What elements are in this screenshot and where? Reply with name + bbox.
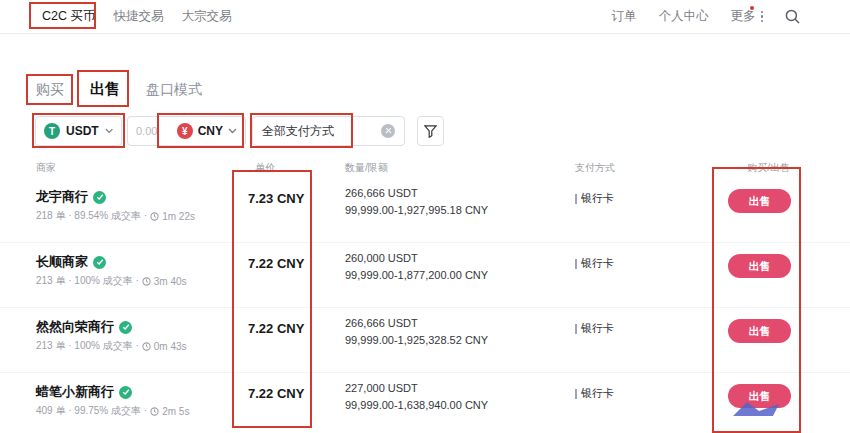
amount-input[interactable]: 0.00: [136, 125, 177, 137]
tether-icon: T: [44, 123, 60, 139]
merchant-stats: 213 单 · 100% 成交率 ·: [36, 339, 139, 353]
table-header: 商家 单价 数量/限额 支付方式 购买/出售: [0, 161, 850, 177]
nav-left: C2C 买币 快捷交易 大宗交易: [42, 8, 231, 25]
merchant-avg-time: 1m 22s: [162, 211, 195, 222]
header-amount-limit: 数量/限额: [345, 161, 388, 175]
clock-icon: [150, 212, 159, 221]
tab-sell[interactable]: 出售: [90, 80, 120, 99]
table-row: 长顺商家 213 单 · 100% 成交率 · 3m 40s 7.22 CNY …: [0, 243, 850, 308]
tab-buy[interactable]: 购买: [36, 81, 64, 99]
verified-badge-icon: [119, 386, 132, 399]
verified-badge-icon: [93, 191, 106, 204]
header-payment: 支付方式: [575, 161, 615, 175]
nav-item-more[interactable]: 更多: [731, 8, 764, 25]
crypto-select[interactable]: T USDT: [35, 116, 122, 146]
offer-price: 7.22 CNY: [248, 386, 304, 401]
payment-bar-icon: [575, 324, 577, 334]
available-amount: 227,000 USDT: [345, 380, 488, 397]
chevron-down-icon: [228, 128, 237, 134]
merchant-name[interactable]: 蜡笔小新商行: [36, 383, 114, 401]
verified-badge-icon: [119, 321, 132, 334]
nav-item-orders[interactable]: 订单: [612, 8, 637, 25]
table-row: 蜡笔小新商行 409 单 · 99.75% 成交率 · 2m 5s 7.22 C…: [0, 373, 850, 433]
crypto-label: USDT: [66, 124, 99, 138]
sell-button[interactable]: 出售: [728, 189, 791, 213]
merchant-stats: 409 单 · 99.75% 成交率 ·: [36, 404, 147, 418]
limit-range: 99,999.00-1,927,995.18 CNY: [345, 202, 488, 219]
nav-item-block-trade[interactable]: 大宗交易: [181, 8, 231, 25]
cursor-overlay-icon: [733, 402, 779, 416]
cny-icon: ¥: [177, 123, 193, 139]
more-label: 更多: [731, 8, 756, 25]
merchant-name[interactable]: 长顺商家: [36, 253, 88, 271]
payment-select-value: 全部支付方式: [262, 123, 381, 140]
chevron-down-icon: [105, 128, 113, 134]
merchant-name[interactable]: 龙宇商行: [36, 188, 88, 206]
verified-badge-icon: [93, 256, 106, 269]
payment-method: 银行卡: [581, 191, 614, 206]
offer-price: 7.22 CNY: [248, 256, 304, 271]
kebab-menu-icon: [761, 11, 764, 23]
notification-dot: [750, 6, 754, 10]
payment-method: 银行卡: [581, 321, 614, 336]
top-navigation: C2C 买币 快捷交易 大宗交易 订单 个人中心 更多: [0, 0, 850, 34]
clock-icon: [150, 407, 159, 416]
merchant-avg-time: 3m 40s: [154, 276, 187, 287]
offer-price: 7.23 CNY: [248, 191, 304, 206]
clock-icon: [142, 277, 151, 286]
nav-item-express-trade[interactable]: 快捷交易: [113, 8, 163, 25]
amount-fiat-group: 0.00 ¥ CNY: [127, 116, 246, 146]
c2c-trading-page: C2C 买币 快捷交易 大宗交易 订单 个人中心 更多 购买 出售 盘口模式 T…: [0, 0, 850, 433]
payment-bar-icon: [575, 259, 577, 269]
header-buy-sell: 购买/出售: [747, 161, 790, 175]
filter-bar: T USDT 0.00 ¥ CNY 全部支付方式: [0, 116, 850, 146]
trade-tabs: 购买 出售 盘口模式: [36, 80, 202, 99]
offer-list: 龙宇商行 218 单 · 89.54% 成交率 · 1m 22s 7.23 CN…: [0, 178, 850, 433]
merchant-avg-time: 0m 43s: [154, 341, 187, 352]
header-merchant: 商家: [36, 161, 56, 175]
fiat-select[interactable]: ¥ CNY: [177, 123, 237, 139]
merchant-stats: 218 单 · 89.54% 成交率 ·: [36, 209, 147, 223]
payment-bar-icon: [575, 194, 577, 204]
merchant-stats: 213 单 · 100% 成交率 ·: [36, 274, 139, 288]
fiat-label: CNY: [198, 124, 223, 138]
filter-funnel-button[interactable]: [417, 116, 444, 146]
payment-method-select[interactable]: 全部支付方式: [252, 116, 405, 146]
clear-icon[interactable]: [381, 124, 395, 138]
sell-button[interactable]: 出售: [728, 319, 791, 343]
limit-range: 99,999.00-1,925,328.52 CNY: [345, 332, 488, 349]
table-row: 龙宇商行 218 单 · 89.54% 成交率 · 1m 22s 7.23 CN…: [0, 178, 850, 243]
header-price: 单价: [255, 161, 275, 175]
nav-item-c2c-buy[interactable]: C2C 买币: [42, 8, 95, 25]
clock-icon: [142, 342, 151, 351]
sell-button[interactable]: 出售: [728, 254, 791, 278]
available-amount: 260,000 USDT: [345, 250, 488, 267]
payment-bar-icon: [575, 389, 577, 399]
limit-range: 99,999.00-1,638,940.00 CNY: [345, 397, 488, 414]
nav-item-profile[interactable]: 个人中心: [659, 8, 709, 25]
tab-orderbook-mode[interactable]: 盘口模式: [146, 81, 202, 99]
payment-method: 银行卡: [581, 256, 614, 271]
funnel-icon: [424, 125, 437, 138]
offer-price: 7.22 CNY: [248, 321, 304, 336]
merchant-name[interactable]: 然然向荣商行: [36, 318, 114, 336]
limit-range: 99,999.00-1,877,200.00 CNY: [345, 267, 488, 284]
nav-right: 订单 个人中心 更多: [612, 8, 801, 25]
merchant-avg-time: 2m 5s: [162, 406, 189, 417]
table-row: 然然向荣商行 213 单 · 100% 成交率 · 0m 43s 7.22 CN…: [0, 308, 850, 373]
available-amount: 266,666 USDT: [345, 185, 488, 202]
search-icon[interactable]: [785, 9, 800, 24]
payment-method: 银行卡: [581, 386, 614, 401]
available-amount: 266,666 USDT: [345, 315, 488, 332]
